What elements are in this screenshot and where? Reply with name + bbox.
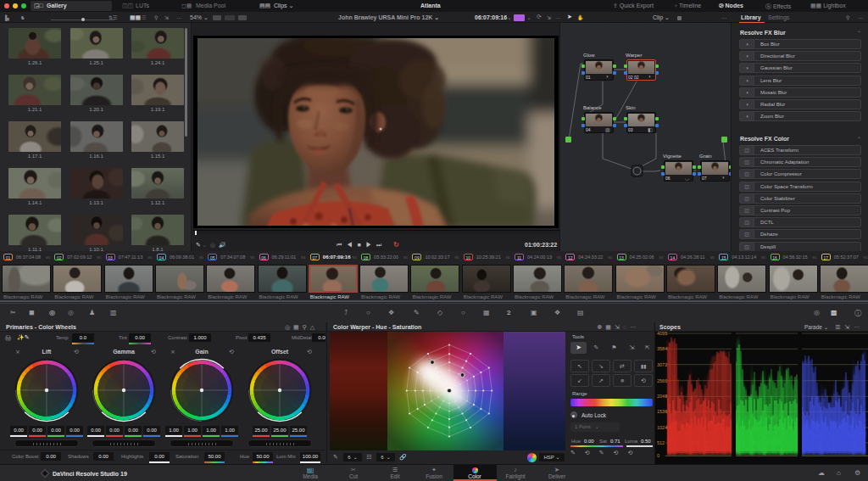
svg-text:2048: 2048 [657,394,667,399]
svg-text:3584: 3584 [657,346,667,351]
svg-text:4095: 4095 [657,332,667,336]
svg-text:1536: 1536 [657,409,667,414]
svg-text:3072: 3072 [657,362,667,367]
svg-text:512: 512 [657,440,665,445]
svg-text:2560: 2560 [657,378,667,383]
svg-text:1024: 1024 [657,425,667,430]
svg-text:0: 0 [657,453,659,458]
